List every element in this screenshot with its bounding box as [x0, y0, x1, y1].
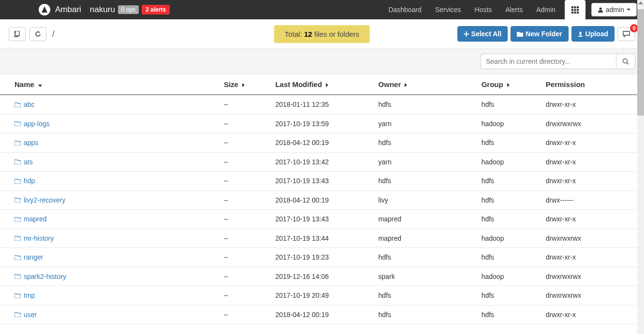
cell-group: hdfs	[477, 305, 541, 324]
cell-owner: hdfs	[374, 305, 477, 324]
cell-permission: drwxr-xr-x	[541, 152, 644, 172]
ops-badge[interactable]: 0 ops	[118, 5, 139, 14]
svg-rect-14	[578, 36, 583, 37]
cell-size: --	[219, 267, 271, 286]
folder-link[interactable]: mapred	[15, 215, 46, 223]
cell-modified: 2017-10-19 13:44	[270, 229, 373, 248]
file-name: tmp	[24, 291, 35, 299]
select-all-button[interactable]: Select All	[457, 26, 508, 42]
search-button[interactable]	[616, 54, 635, 69]
cell-owner: spark	[374, 267, 477, 286]
views-grid-button[interactable]	[565, 0, 585, 19]
user-icon	[598, 7, 603, 13]
cell-permission: drwxrwxrwx	[541, 229, 644, 248]
cell-owner: hdfs	[374, 248, 477, 267]
nav-dashboard[interactable]: Dashboard	[382, 1, 428, 18]
folder-icon	[15, 140, 21, 145]
table-row[interactable]: hdp--2017-10-19 13:43hdfshdfsdrwxr-xr-x	[0, 172, 644, 191]
svg-rect-5	[577, 9, 579, 11]
col-owner[interactable]: Owner	[374, 74, 477, 95]
cell-permission: drwx------	[541, 190, 644, 210]
cluster-name[interactable]: nakuru	[90, 5, 115, 15]
chevron-right-icon	[242, 83, 245, 87]
folder-icon	[15, 217, 21, 222]
nav-alerts[interactable]: Alerts	[499, 1, 529, 18]
cell-size: --	[219, 210, 271, 229]
toolbar: / Total: 12 files or folders Select All …	[0, 19, 644, 48]
top-navbar: Ambari nakuru 0 ops 2 alerts Dashboard S…	[0, 0, 644, 19]
cell-owner: livy	[374, 190, 477, 210]
user-menu-button[interactable]: admin	[591, 3, 637, 16]
page-scrollbar[interactable]	[637, 0, 644, 324]
col-name[interactable]: Name	[0, 74, 219, 95]
copy-button[interactable]	[9, 27, 26, 41]
upload-button[interactable]: Upload	[571, 26, 615, 42]
upload-icon	[578, 31, 583, 37]
cell-owner: hdfs	[374, 95, 477, 114]
table-row[interactable]: spark2-history--2019-12-16 14:06sparkhad…	[0, 267, 644, 286]
svg-rect-2	[577, 6, 579, 8]
table-row[interactable]: livy2-recovery--2018-04-12 00:19livyhdfs…	[0, 190, 644, 210]
folder-link[interactable]: ranger	[15, 253, 43, 261]
file-name: abc	[24, 101, 35, 108]
cell-size: --	[219, 286, 271, 305]
folder-link[interactable]: hdp	[15, 177, 35, 185]
nav-hosts[interactable]: Hosts	[468, 1, 498, 18]
cell-group: hadoop	[477, 114, 541, 133]
table-row[interactable]: tmp--2017-10-19 20:49hdfshdfsdrwxrwxrwx	[0, 286, 644, 305]
folder-link[interactable]: tmp	[15, 291, 35, 299]
table-row[interactable]: abc--2018-01-11 12:35hdfshdfsdrwxr-xr-x	[0, 95, 644, 114]
cell-permission: drwxr-xr-x	[541, 95, 644, 114]
scroll-thumb[interactable]	[637, 9, 644, 116]
folder-link[interactable]: apps	[15, 139, 38, 146]
table-row[interactable]: mapred--2017-10-19 13:43mapredhdfsdrwxr-…	[0, 210, 644, 229]
table-row[interactable]: user--2018-04-12 00:19hdfshdfsdrwxr-xr-x	[0, 305, 644, 324]
folder-link[interactable]: abc	[15, 101, 35, 108]
table-row[interactable]: app-logs--2017-10-19 13:59yarnhadoopdrwx…	[0, 114, 644, 133]
nav-services[interactable]: Services	[429, 1, 468, 18]
folder-link[interactable]: mr-history	[15, 234, 54, 242]
table-row[interactable]: mr-history--2017-10-19 13:44mapredhadoop…	[0, 229, 644, 248]
cell-group: hdfs	[477, 286, 541, 305]
ambari-logo-icon	[39, 4, 50, 15]
table-row[interactable]: apps--2018-04-12 00:19hdfshdfsdrwxr-xr-x	[0, 133, 644, 153]
search-icon	[622, 58, 629, 65]
cell-group: hdfs	[477, 95, 541, 114]
alerts-badge[interactable]: 2 alerts	[142, 5, 170, 15]
nav-admin[interactable]: Admin	[530, 1, 562, 18]
file-name: spark2-history	[24, 273, 66, 280]
folder-link[interactable]: user	[15, 311, 37, 319]
svg-rect-13	[464, 33, 469, 34]
cell-group: hdfs	[477, 210, 541, 229]
file-name: ranger	[24, 253, 43, 261]
cell-modified: 2017-10-19 19:23	[270, 248, 373, 267]
svg-point-9	[599, 8, 601, 10]
grid-icon	[571, 6, 579, 14]
col-modified[interactable]: Last Modified	[270, 74, 373, 95]
table-row[interactable]: ranger--2017-10-19 19:23hdfshdfsdrwxr-xr…	[0, 248, 644, 267]
brand[interactable]: Ambari	[39, 4, 81, 15]
svg-rect-4	[574, 9, 576, 11]
cell-permission: drwxr-xr-x	[541, 248, 644, 267]
col-group[interactable]: Group	[477, 74, 541, 95]
folder-link[interactable]: livy2-recovery	[15, 196, 65, 204]
breadcrumb[interactable]: /	[52, 29, 55, 39]
caret-down-icon	[627, 9, 630, 11]
folder-icon	[517, 31, 523, 37]
table-row[interactable]: ats--2017-10-19 13:42yarnhadoopdrwxr-xr-…	[0, 152, 644, 172]
folder-link[interactable]: spark2-history	[15, 273, 66, 280]
cell-modified: 2017-10-19 13:43	[270, 172, 373, 191]
col-size[interactable]: Size	[219, 74, 271, 95]
svg-rect-11	[15, 31, 19, 36]
folder-link[interactable]: app-logs	[15, 120, 50, 128]
search-input[interactable]	[481, 54, 616, 69]
cell-group: hdfs	[477, 172, 541, 191]
svg-rect-0	[571, 6, 573, 8]
folder-link[interactable]: ats	[15, 158, 33, 166]
chevron-right-icon	[405, 83, 407, 87]
refresh-button[interactable]	[29, 27, 46, 41]
new-folder-button[interactable]: New Folder	[511, 26, 568, 42]
cell-permission: drwxr-xr-x	[541, 133, 644, 153]
cell-owner: yarn	[374, 152, 477, 172]
total-banner: Total: 12 files or folders	[274, 25, 370, 43]
